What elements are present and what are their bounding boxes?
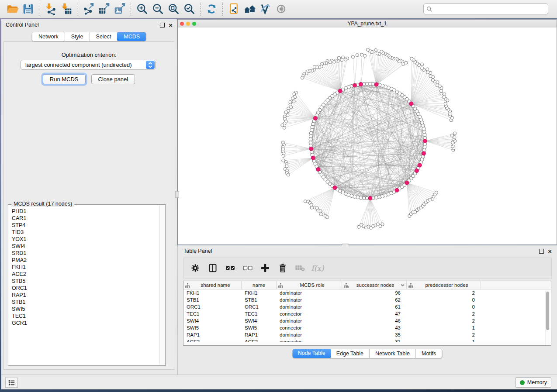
mcds-result-item[interactable]: ORC1 xyxy=(12,285,160,292)
mcds-result-item[interactable]: SWI4 xyxy=(12,243,160,250)
table-horizontal-scrollbar[interactable] xyxy=(184,342,545,345)
mcds-result-item[interactable]: STP4 xyxy=(12,222,160,229)
delete-table-icon xyxy=(295,263,305,273)
mcds-result-item[interactable]: GCR1 xyxy=(12,320,160,327)
column-header-name[interactable]: name xyxy=(242,281,277,289)
memory-label: Memory xyxy=(527,379,547,385)
export-network-button[interactable] xyxy=(80,2,96,17)
search-input[interactable] xyxy=(432,6,545,13)
cell-MCDS-role: dominator xyxy=(277,331,342,338)
import-network-button[interactable] xyxy=(42,2,58,17)
show-columns-button[interactable] xyxy=(205,260,221,276)
column-tree-icon xyxy=(185,283,190,288)
table-body: FKH1FKH1dominator962STB1STB1dominator620… xyxy=(183,289,551,346)
cell-predecessor-nodes: 1 xyxy=(407,324,481,331)
tab-mcds[interactable]: MCDS xyxy=(117,32,146,41)
network-graph xyxy=(178,28,557,244)
control-panel-title: Control Panel xyxy=(6,22,39,28)
column-header-predecessor-nodes[interactable]: predecessor nodes xyxy=(407,281,481,289)
tab-node-table[interactable]: Node Table xyxy=(292,349,331,358)
table-vertical-scrollbar[interactable] xyxy=(545,291,550,346)
mcds-result-item[interactable]: TEC1 xyxy=(12,313,160,320)
column-header-MCDS-role[interactable]: MCDS role xyxy=(277,281,342,289)
vertical-splitter-grip[interactable] xyxy=(175,191,179,198)
table-row[interactable]: FKH1FKH1dominator962 xyxy=(183,289,551,296)
cell-successor-nodes: 96 xyxy=(342,289,407,296)
cell-shared-name: TEC1 xyxy=(183,310,242,317)
mcds-result-item[interactable]: YOX1 xyxy=(12,236,160,243)
desktop: { "toolbar": { "icons": ["open-file","sa… xyxy=(0,0,557,392)
hide-selected-button[interactable] xyxy=(273,2,289,17)
delete-column-button[interactable] xyxy=(275,260,291,276)
mcds-result-item[interactable]: FKH1 xyxy=(12,264,160,271)
vizmapper-button[interactable] xyxy=(257,2,273,17)
tab-network-table[interactable]: Network Table xyxy=(370,349,416,358)
tab-edge-table[interactable]: Edge Table xyxy=(331,349,370,358)
mcds-result-item[interactable]: TID3 xyxy=(12,229,160,236)
tab-select[interactable]: Select xyxy=(90,32,118,41)
export-network-icon xyxy=(82,3,95,15)
cell-shared-name: ORC1 xyxy=(183,303,242,310)
cell-shared-name: SWI5 xyxy=(183,324,242,331)
table-row[interactable]: SWI5SWI5connector431 xyxy=(183,324,551,331)
save-session-button[interactable] xyxy=(20,2,36,17)
column-tree-icon xyxy=(278,283,283,288)
table-panel: Table Panel × xyxy=(177,245,557,375)
zoom-fit-button[interactable] xyxy=(166,2,181,17)
new-network-from-selection-icon xyxy=(228,3,240,15)
export-image-button[interactable] xyxy=(112,2,128,17)
float-panel-icon[interactable] xyxy=(539,249,544,254)
sort-descending-icon xyxy=(401,284,405,286)
column-header-shared-name[interactable]: shared name xyxy=(183,281,242,289)
float-panel-icon[interactable] xyxy=(160,23,165,28)
table-row[interactable]: TEC1TEC1connector472 xyxy=(183,310,551,317)
import-table-icon xyxy=(60,3,73,15)
table-scrollbar-thumb[interactable] xyxy=(546,292,549,330)
table-row[interactable]: YOX1YOX1connector291 xyxy=(183,345,551,346)
zoom-selected-button[interactable] xyxy=(181,2,197,17)
select-all-checkboxes-button[interactable] xyxy=(222,260,238,276)
mcds-result-item[interactable]: SRD1 xyxy=(12,250,160,257)
show-all-nodes-edges-button[interactable] xyxy=(242,2,257,17)
cell-successor-nodes: 46 xyxy=(342,317,407,324)
close-panel-icon[interactable]: × xyxy=(548,249,552,253)
new-network-from-selection-button[interactable] xyxy=(226,2,242,17)
add-column-button[interactable] xyxy=(257,260,273,276)
mcds-result-item[interactable]: PHD1 xyxy=(12,208,160,215)
table-row[interactable]: RAP1RAP1dominator352 xyxy=(183,331,551,338)
column-header-successor-nodes[interactable]: successor nodes xyxy=(342,281,407,289)
close-panel-icon[interactable]: × xyxy=(169,23,173,27)
table-toolbar: f(x) xyxy=(183,258,552,279)
tab-style[interactable]: Style xyxy=(65,32,90,41)
mcds-result-item[interactable]: STB5 xyxy=(12,278,160,285)
tab-motifs[interactable]: Motifs xyxy=(416,349,442,358)
refresh-view-button[interactable] xyxy=(204,2,219,17)
memory-button[interactable]: Memory xyxy=(515,377,551,388)
zoom-out-button[interactable] xyxy=(150,2,166,17)
close-panel-button[interactable]: Close panel xyxy=(91,74,135,84)
mcds-result-item[interactable]: ACE2 xyxy=(12,271,160,278)
mcds-result-item[interactable]: CAR1 xyxy=(12,215,160,222)
run-mcds-button[interactable]: Run MCDS xyxy=(43,74,86,84)
tab-network[interactable]: Network xyxy=(32,32,65,41)
optimization-criterion-select[interactable]: largest connected component (undirected) xyxy=(21,60,156,70)
show-panel-list-button[interactable] xyxy=(5,378,18,388)
table-row[interactable]: STB1STB1dominator620 xyxy=(183,296,551,303)
import-table-button[interactable] xyxy=(58,2,74,17)
mcds-result-scrollbar[interactable] xyxy=(159,205,165,365)
mcds-result-item[interactable]: PMA2 xyxy=(12,257,160,264)
network-window-titlebar[interactable]: YPA_prune.txt_1 xyxy=(178,20,557,28)
mcds-result-item[interactable]: RAP1 xyxy=(12,292,160,299)
deselect-all-checkboxes-button[interactable] xyxy=(240,260,256,276)
table-options-gear-button[interactable] xyxy=(187,260,203,276)
zoom-in-button[interactable] xyxy=(134,2,150,17)
table-row[interactable]: SWI4SWI4dominator462 xyxy=(183,317,551,324)
node-table[interactable]: shared namenameMCDS rolesuccessor nodesp… xyxy=(183,281,551,346)
mcds-result-item[interactable]: STB1 xyxy=(12,299,160,306)
mcds-result-list[interactable]: PHD1CAR1STP4TID3YOX1SWI4SRD1PMA2FKH1ACE2… xyxy=(9,205,160,365)
network-canvas[interactable] xyxy=(178,28,557,244)
mcds-result-item[interactable]: SWI5 xyxy=(12,306,160,313)
export-table-button[interactable] xyxy=(96,2,112,17)
open-file-button[interactable] xyxy=(4,2,20,17)
table-row[interactable]: ORC1ORC1dominator610 xyxy=(183,303,551,310)
